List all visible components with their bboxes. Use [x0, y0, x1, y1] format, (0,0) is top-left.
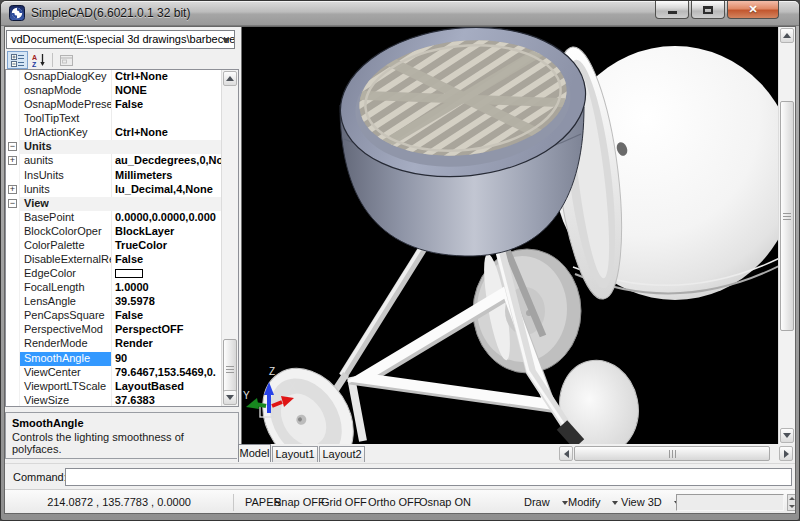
property-row[interactable]: PenCapsSquareFalse	[6, 309, 221, 323]
property-row[interactable]: UrlActionKeyCtrl+None	[6, 126, 221, 140]
property-row[interactable]: BasePoint0.0000,0.0000,0.000	[6, 211, 221, 225]
collapse-minus-icon[interactable]: −	[8, 199, 17, 208]
property-row[interactable]: osnapModeNONE	[6, 84, 221, 98]
property-name: InsUnits	[20, 169, 112, 183]
property-row[interactable]: ViewSize37.6383	[6, 394, 221, 406]
propertygrid-scrollbar[interactable]	[221, 70, 238, 406]
close-button[interactable]: ✕	[727, 1, 779, 19]
property-row[interactable]: RenderModeRender	[6, 337, 221, 351]
expand-toggle[interactable]: +	[6, 183, 20, 197]
tab-model[interactable]: Model	[238, 444, 271, 462]
view3d-menu-button[interactable]: View 3D	[621, 490, 680, 514]
property-row[interactable]: DisableExternalReferFalse	[6, 253, 221, 267]
viewport-scroll-left-button[interactable]	[559, 446, 573, 461]
grid-toggle[interactable]: Grid OFF	[321, 490, 367, 514]
property-row[interactable]: InsUnitsMillimeters	[6, 169, 221, 183]
snap-toggle[interactable]: Snap OFF	[274, 490, 325, 514]
draw-menu-button[interactable]: Draw	[524, 490, 568, 514]
viewport-scroll-up-button[interactable]	[780, 28, 794, 43]
categorized-view-button[interactable]	[7, 51, 28, 69]
property-name: OsnapDialogKey	[20, 70, 112, 84]
modify-menu-label: Modify	[568, 490, 600, 514]
property-value	[112, 112, 221, 126]
property-name: OsnapModePreserve	[20, 98, 112, 112]
modify-menu-button[interactable]: Modify	[568, 490, 618, 514]
property-name: lunits	[20, 183, 112, 197]
property-value: NONE	[112, 84, 221, 98]
row-margin	[6, 126, 20, 140]
property-row[interactable]: +aunitsau_Decdegrees,0,No	[6, 154, 221, 168]
expand-toggle[interactable]: −	[6, 140, 20, 154]
property-row[interactable]: BlockColorOperBlockLayer	[6, 225, 221, 239]
property-row[interactable]: EdgeColor	[6, 267, 221, 281]
property-value: 79.6467,153.5469,0.	[112, 366, 221, 380]
expand-plus-icon[interactable]: +	[8, 156, 17, 165]
status-bar: 214.0872 , 135.7783 , 0.0000 PAPER Snap …	[5, 489, 795, 514]
viewport-scroll-right-button[interactable]	[779, 446, 793, 461]
document-combobox-value: vdDocument(E:\special 3d drawings\barbec…	[11, 33, 235, 45]
property-row[interactable]: ColorPaletteTrueColor	[6, 239, 221, 253]
viewport-vertical-scrollbar[interactable]	[778, 27, 795, 444]
viewport-scroll-down-button[interactable]	[780, 428, 794, 443]
scroll-down-button[interactable]	[223, 390, 237, 405]
arrow-down-icon	[226, 395, 234, 400]
statusbar-spinner[interactable]	[787, 494, 796, 511]
property-value: 0.0000,0.0000,0.000	[112, 211, 221, 225]
property-name: ToolTipText	[20, 112, 112, 126]
minimize-button[interactable]	[655, 1, 689, 19]
alphabetical-sort-button[interactable]: A Z	[28, 51, 49, 69]
svg-text:Z: Z	[32, 61, 37, 68]
row-margin	[6, 352, 20, 366]
property-row[interactable]: SmoothAngle90	[6, 352, 221, 366]
scroll-up-button[interactable]	[223, 71, 237, 86]
property-group-row[interactable]: −View	[6, 197, 221, 211]
property-row[interactable]: FocalLength1.0000	[6, 281, 221, 295]
color-swatch	[115, 269, 143, 278]
property-value: TrueColor	[112, 239, 221, 253]
property-group-row[interactable]: −Units	[6, 140, 221, 154]
row-margin	[6, 225, 20, 239]
maximize-icon	[703, 6, 713, 14]
property-name: LensAngle	[20, 295, 112, 309]
ortho-toggle[interactable]: Ortho OFF	[368, 490, 421, 514]
property-value: 90	[112, 352, 221, 366]
property-row[interactable]: OsnapModePreserveFalse	[6, 98, 221, 112]
draw-menu-label: Draw	[524, 490, 550, 514]
statusbar-progress-well	[676, 494, 784, 511]
property-row[interactable]: +lunitslu_Decimal,4,None	[6, 183, 221, 197]
property-row[interactable]: ToolTipText	[6, 112, 221, 126]
row-margin	[6, 366, 20, 380]
property-row[interactable]: ViewCenter79.6467,153.5469,0.	[6, 366, 221, 380]
property-name: BasePoint	[20, 211, 112, 225]
property-grid: OsnapDialogKeyCtrl+NoneosnapModeNONEOsna…	[5, 69, 239, 407]
property-row[interactable]: LensAngle39.5978	[6, 295, 221, 309]
property-description-title: SmoothAngle	[12, 417, 232, 429]
property-pages-button[interactable]	[56, 51, 77, 69]
arrow-down-icon	[783, 433, 791, 438]
expand-toggle[interactable]: +	[6, 154, 20, 168]
collapse-minus-icon[interactable]: −	[8, 142, 17, 151]
3d-viewport[interactable]: Y Z X	[241, 27, 778, 444]
property-value: Ctrl+None	[112, 70, 221, 84]
thumb-grip-icon	[669, 450, 676, 458]
tab-layout2[interactable]: Layout2	[319, 446, 365, 462]
viewport-vscroll-thumb[interactable]	[780, 101, 794, 331]
expand-toggle[interactable]: −	[6, 197, 20, 211]
property-row[interactable]: OsnapDialogKeyCtrl+None	[6, 70, 221, 84]
row-margin	[6, 98, 20, 112]
arrow-right-icon	[784, 450, 789, 458]
expand-plus-icon[interactable]: +	[8, 185, 17, 194]
osnap-toggle[interactable]: Osnap ON	[419, 490, 471, 514]
maximize-button[interactable]	[691, 1, 725, 19]
document-combobox[interactable]: vdDocument(E:\special 3d drawings\barbec…	[6, 30, 235, 49]
property-row[interactable]: ViewportLTScaleLayoutBased	[6, 380, 221, 394]
title-bar[interactable]: SimpleCAD(6.6021.0.1 32 bit) ✕	[1, 1, 799, 26]
row-margin	[6, 394, 20, 406]
property-row[interactable]: PerspectiveModPerspectOFF	[6, 323, 221, 337]
viewport-hscroll-thumb[interactable]	[574, 446, 770, 461]
3d-scene: Y Z X	[242, 27, 779, 444]
property-value	[52, 140, 222, 154]
tab-layout1[interactable]: Layout1	[272, 446, 318, 462]
app-logo-icon	[9, 5, 25, 21]
command-input[interactable]	[65, 468, 792, 486]
